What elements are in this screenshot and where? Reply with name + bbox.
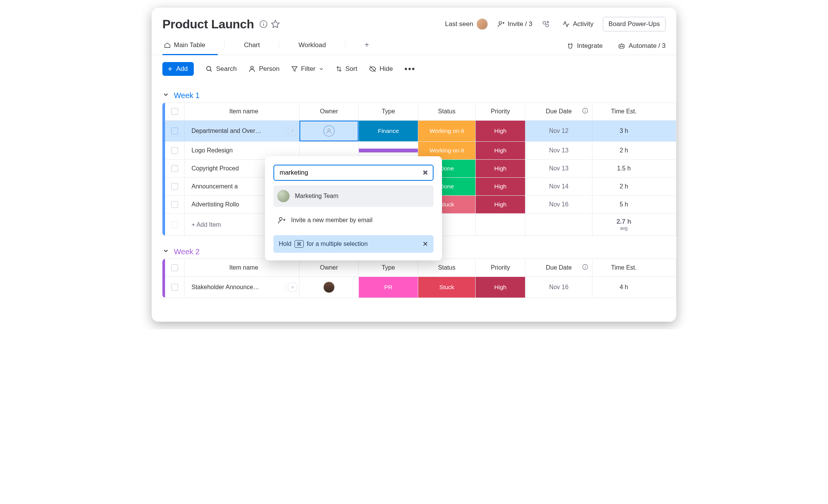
table-row[interactable]: Departmental and Over… + Finance Working… <box>165 120 676 141</box>
col-time-est[interactable]: Time Est. <box>592 259 655 277</box>
tab-chart[interactable]: Chart <box>242 38 262 54</box>
time-est-cell[interactable]: 3 h <box>592 121 655 141</box>
svg-marker-3 <box>272 20 279 28</box>
last-seen[interactable]: Last seen <box>445 18 488 30</box>
svg-point-29 <box>585 265 585 266</box>
col-type[interactable]: Type <box>358 259 418 277</box>
priority-cell[interactable]: High <box>475 142 525 159</box>
view-tabs: Main Table Chart Workload + Integrate Au… <box>152 37 676 55</box>
col-priority[interactable]: Priority <box>475 103 525 120</box>
col-type[interactable]: Type <box>358 103 418 120</box>
col-owner[interactable]: Owner <box>299 103 358 120</box>
cmd-key-icon: ⌘ <box>295 240 304 248</box>
time-est-cell[interactable]: 4 h <box>592 277 655 298</box>
clear-search-icon[interactable]: ✖ <box>422 169 428 177</box>
type-cell[interactable]: PR <box>358 277 418 298</box>
priority-cell[interactable]: High <box>475 178 525 195</box>
group-header[interactable]: Week 1 <box>162 91 676 100</box>
row-checkbox[interactable] <box>165 196 184 213</box>
filter-button[interactable]: Filter <box>291 65 324 73</box>
row-checkbox[interactable] <box>165 121 184 141</box>
search-button[interactable]: Search <box>205 65 237 73</box>
integrate-button[interactable]: Integrate <box>566 42 603 50</box>
favorite-star-icon[interactable] <box>271 20 280 29</box>
col-due-date[interactable]: Due Date <box>525 103 592 120</box>
permissions-icon[interactable] <box>542 20 550 28</box>
svg-point-16 <box>207 66 211 70</box>
time-est-cell[interactable]: 1.5 h <box>592 160 655 177</box>
info-icon[interactable] <box>582 108 588 115</box>
owner-cell[interactable] <box>299 277 358 298</box>
svg-point-9 <box>547 21 549 23</box>
svg-marker-19 <box>292 67 297 71</box>
person-icon <box>323 125 335 137</box>
item-name-cell[interactable]: Stakeholder Announce… + <box>184 277 299 298</box>
table-row[interactable]: Stakeholder Announce… + PR Stuck High No… <box>165 277 676 298</box>
due-date-cell[interactable]: Nov 13 <box>525 160 592 177</box>
close-hint-icon[interactable]: ✕ <box>422 240 428 248</box>
tab-workload[interactable]: Workload <box>297 38 327 54</box>
invite-button[interactable]: Invite / 3 <box>497 20 532 28</box>
add-view-button[interactable]: + <box>363 37 371 55</box>
due-date-cell[interactable]: Nov 12 <box>525 121 592 141</box>
group-table: Item name Owner Type Status Priority Due… <box>162 259 676 298</box>
owner-cell[interactable] <box>299 121 358 141</box>
status-cell[interactable]: Working on it <box>418 121 475 141</box>
team-avatar <box>277 190 290 202</box>
info-icon[interactable] <box>582 264 588 272</box>
select-all-cell[interactable] <box>165 103 184 120</box>
add-comment-icon[interactable]: + <box>286 126 299 136</box>
person-search-field[interactable]: ✖ <box>273 165 434 181</box>
due-date-cell[interactable]: Nov 16 <box>525 196 592 213</box>
item-name-cell[interactable]: Departmental and Over… + <box>184 121 299 141</box>
priority-cell[interactable]: High <box>475 121 525 141</box>
sort-button[interactable]: Sort <box>335 65 357 73</box>
due-date-cell[interactable]: Nov 16 <box>525 277 592 298</box>
type-cell[interactable]: Finance <box>358 121 418 141</box>
option-invite-member[interactable]: Invite a new member by email <box>273 211 434 229</box>
option-marketing-team[interactable]: Marketing Team <box>273 185 434 207</box>
col-status[interactable]: Status <box>418 259 475 277</box>
col-time-est[interactable]: Time Est. <box>592 103 655 120</box>
row-checkbox[interactable] <box>165 142 184 159</box>
owner-avatar <box>323 281 335 293</box>
priority-cell[interactable]: High <box>475 277 525 298</box>
add-comment-icon[interactable]: + <box>286 282 299 292</box>
priority-cell[interactable]: High <box>475 160 525 177</box>
due-date-cell[interactable]: Nov 13 <box>525 142 592 159</box>
svg-line-17 <box>210 70 212 72</box>
time-est-cell[interactable]: 2 h <box>592 178 655 195</box>
tab-main-table[interactable]: Main Table <box>162 38 207 54</box>
board-powerups-button[interactable]: Board Power-Ups <box>603 17 666 31</box>
row-checkbox[interactable] <box>165 178 184 195</box>
hide-button[interactable]: Hide <box>369 65 393 73</box>
row-checkbox[interactable] <box>165 277 184 298</box>
collapse-icon[interactable] <box>162 247 169 256</box>
col-item-name[interactable]: Item name <box>184 103 299 120</box>
info-icon[interactable] <box>259 20 268 28</box>
due-date-cell[interactable]: Nov 14 <box>525 178 592 195</box>
col-owner[interactable]: Owner <box>299 259 358 277</box>
automate-button[interactable]: Automate / 3 <box>617 42 666 50</box>
svg-point-30 <box>280 218 282 220</box>
row-checkbox[interactable] <box>165 160 184 177</box>
more-options-button[interactable]: ••• <box>404 64 416 74</box>
col-due-date[interactable]: Due Date <box>525 259 592 277</box>
search-input[interactable] <box>279 169 422 177</box>
col-item-name[interactable]: Item name <box>184 259 299 277</box>
status-cell[interactable]: Stuck <box>418 277 475 298</box>
board-title: Product Launch <box>162 17 254 31</box>
time-est-cell[interactable]: 5 h <box>592 196 655 213</box>
time-est-cell[interactable]: 2 h <box>592 142 655 159</box>
person-filter-button[interactable]: Person <box>248 65 280 73</box>
col-status[interactable]: Status <box>418 103 475 120</box>
collapse-icon[interactable] <box>162 91 169 100</box>
add-item-button[interactable]: Add <box>162 62 194 76</box>
svg-point-18 <box>251 66 254 69</box>
priority-cell[interactable]: High <box>475 196 525 213</box>
person-picker-popover: ✖ Marketing Team Invite a new member by … <box>265 156 442 260</box>
select-all-cell[interactable] <box>165 259 184 277</box>
svg-point-7 <box>543 21 546 24</box>
activity-button[interactable]: Activity <box>562 20 594 28</box>
col-priority[interactable]: Priority <box>475 259 525 277</box>
